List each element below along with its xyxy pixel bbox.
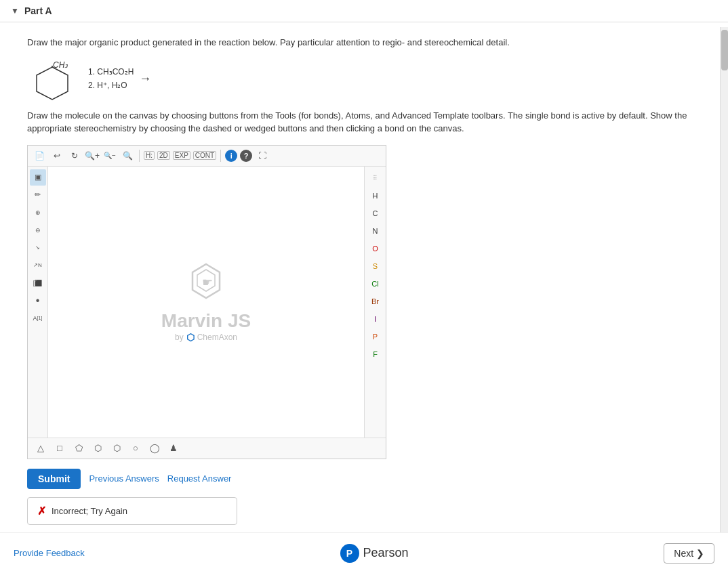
atom-map-tool[interactable]: A[1]	[30, 310, 46, 326]
hexagon-shape[interactable]: ⬡	[90, 441, 105, 456]
dot-tool[interactable]: •	[30, 293, 46, 309]
2d-label[interactable]: 2D	[157, 151, 170, 160]
marvin-icon-area: ☛	[161, 261, 251, 303]
footer: Provide Feedback P Pearson Next ❯	[0, 532, 728, 573]
svg-text:☛: ☛	[202, 276, 213, 289]
svg-marker-2	[193, 264, 220, 298]
square-shape[interactable]: □	[52, 441, 67, 456]
person-shape[interactable]: ♟	[166, 441, 181, 456]
toolbar-separator-1	[139, 150, 140, 162]
reactant-molecule: CH₃	[34, 59, 81, 100]
select-tool[interactable]: ▣	[30, 169, 46, 186]
reaction-diagram: CH₃ 1. CH₃CO₂H 2. H⁺, H₂O →	[34, 59, 691, 100]
svg-marker-3	[197, 270, 215, 291]
atom-F[interactable]: F	[365, 345, 386, 363]
collapse-arrow[interactable]: ▼	[11, 6, 19, 16]
atom-grid-button[interactable]: ⠿	[365, 169, 386, 187]
instruction-text: Draw the molecule on the canvas by choos…	[27, 109, 691, 135]
drawing-area[interactable]: ☛ Marvin JS by ⬡ ChemAxon	[48, 167, 364, 438]
scrollbar-thumb[interactable]	[721, 30, 728, 70]
pearson-name: Pearson	[363, 546, 409, 560]
atom-S[interactable]: S	[365, 257, 386, 275]
octagon-shape[interactable]: ○	[128, 441, 143, 456]
ring-tool[interactable]: ↗N	[30, 257, 46, 274]
cont-label[interactable]: CONT	[193, 151, 216, 160]
add-atom-tool[interactable]: ⊖	[30, 222, 46, 238]
atom-C[interactable]: C	[365, 205, 386, 222]
atom-Br[interactable]: Br	[365, 293, 386, 310]
reagent-2: 2. H⁺, H₂O	[88, 79, 134, 92]
new-button[interactable]: 📄	[32, 148, 47, 163]
question-prompt: Draw the major organic product generated…	[27, 36, 691, 49]
brand-name: Marvin JS	[161, 310, 251, 332]
left-tool-panel: ▣ ✏ ⊕ ⊖ ↘ ↗N [⬛ • A[1]	[28, 167, 48, 438]
by-line: by ⬡ ChemAxon	[161, 332, 251, 343]
bond-tool[interactable]: ⊕	[30, 205, 46, 221]
top-bar: ▼ Part A	[0, 0, 728, 22]
submit-area: Submit Previous Answers Request Answer	[27, 469, 691, 489]
right-atom-panel: ⠿ H C N O S Cl Br I P F	[364, 167, 386, 438]
zoom-out-button[interactable]: 🔍−	[102, 148, 117, 163]
atom-N[interactable]: N	[365, 222, 386, 240]
reagent-1: 1. CH₃CO₂H	[88, 66, 134, 79]
marvin-toolbar: 📄 ↩ ↻ 🔍+ 🔍− 🔍 H: 2D EXP CONT i ? ⛶	[28, 146, 386, 167]
feedback-box: ✗ Incorrect; Try Again	[27, 497, 237, 525]
atom-P[interactable]: P	[365, 328, 386, 345]
eraser-tool[interactable]: ✏	[30, 187, 46, 203]
feedback-icon: ✗	[37, 505, 46, 517]
atom-I[interactable]: I	[365, 310, 386, 328]
canvas-body: ▣ ✏ ⊕ ⊖ ↘ ↗N [⬛ • A[1]	[28, 167, 386, 438]
heptagon-shape[interactable]: ⬡	[109, 441, 124, 456]
atom-O[interactable]: O	[365, 240, 386, 257]
section-title: Part A	[24, 5, 52, 16]
pearson-circle-icon: P	[340, 544, 359, 563]
redo-button[interactable]: ↻	[67, 148, 82, 163]
bracket-tool[interactable]: [⬛	[30, 275, 46, 291]
help-button[interactable]: ?	[240, 150, 252, 162]
h-label[interactable]: H:	[144, 151, 155, 160]
next-button[interactable]: Next ❯	[664, 543, 714, 564]
reaction-arrow: →	[139, 72, 151, 86]
search-button[interactable]: 🔍	[120, 148, 135, 163]
triangle-shape[interactable]: △	[33, 441, 48, 456]
marvin-logo-icon: ☛	[186, 261, 226, 301]
exp-label[interactable]: EXP	[173, 151, 190, 160]
submit-button[interactable]: Submit	[27, 469, 81, 489]
svg-marker-0	[37, 67, 68, 100]
previous-answers-button[interactable]: Previous Answers	[89, 473, 159, 484]
request-answer-button[interactable]: Request Answer	[167, 473, 232, 484]
atom-Cl[interactable]: Cl	[365, 275, 386, 293]
scrollbar[interactable]	[720, 27, 728, 532]
toolbar-separator-2	[220, 150, 221, 162]
feedback-message: Incorrect; Try Again	[52, 506, 127, 516]
undo-button[interactable]: ↩	[49, 148, 64, 163]
info-button[interactable]: i	[225, 150, 237, 162]
pearson-logo: P Pearson	[340, 544, 409, 563]
provide-feedback-link[interactable]: Provide Feedback	[14, 548, 85, 558]
atom-H[interactable]: H	[365, 187, 386, 205]
circle-shape[interactable]: ◯	[147, 441, 162, 456]
marvin-canvas-container: 📄 ↩ ↻ 🔍+ 🔍− 🔍 H: 2D EXP CONT i ? ⛶ ▣ ✏ ⊕…	[27, 145, 386, 459]
fullscreen-button[interactable]: ⛶	[255, 148, 270, 163]
marvin-watermark: ☛ Marvin JS by ⬡ ChemAxon	[161, 261, 251, 343]
main-content: Draw the major organic product generated…	[0, 22, 719, 538]
chain-tool[interactable]: ↘	[30, 240, 46, 256]
reaction-conditions: 1. CH₃CO₂H 2. H⁺, H₂O	[88, 66, 134, 91]
bottom-shape-panel: △ □ ⬠ ⬡ ⬡ ○ ◯ ♟	[28, 438, 386, 459]
zoom-in-button[interactable]: 🔍+	[85, 148, 100, 163]
pentagon-shape[interactable]: ⬠	[71, 441, 86, 456]
hexagon-svg	[34, 66, 71, 101]
